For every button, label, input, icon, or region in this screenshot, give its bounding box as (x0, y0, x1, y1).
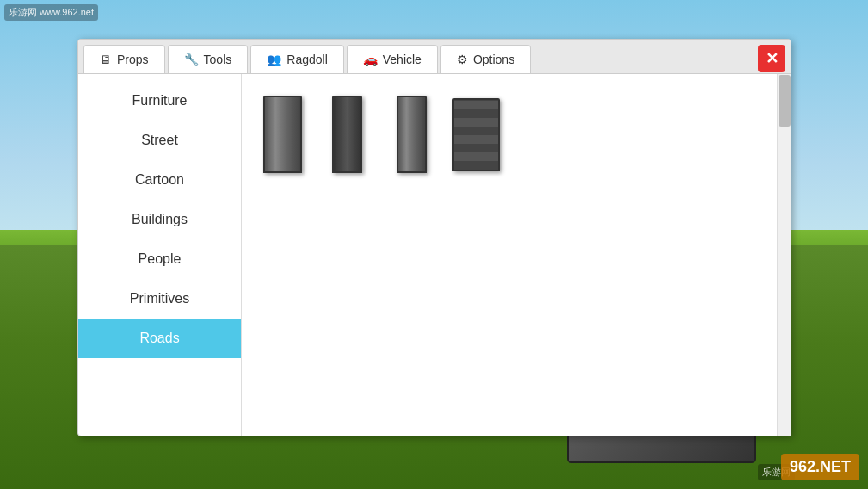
sidebar-item-street[interactable]: Street (78, 121, 241, 160)
content-area (242, 74, 791, 436)
sidebar-item-furniture[interactable]: Furniture (78, 81, 241, 121)
door-standard (263, 96, 302, 173)
tab-vehicle[interactable]: 🚗 Vehicle (347, 45, 438, 73)
options-icon: ⚙ (457, 53, 468, 66)
tab-ragdoll[interactable]: 👥 Ragdoll (250, 45, 343, 73)
list-item[interactable] (255, 87, 311, 182)
list-item[interactable] (319, 87, 375, 182)
tab-bar: 🖥 Props 🔧 Tools 👥 Ragdoll 🚗 Vehicle ⚙ Op… (78, 40, 791, 74)
vehicle-icon: 🚗 (363, 53, 378, 66)
sidebar-item-roads[interactable]: Roads (78, 319, 241, 358)
tab-tools-label: Tools (204, 53, 232, 66)
items-grid (242, 74, 791, 195)
sidebar-item-primitives[interactable]: Primitives (78, 279, 241, 319)
sidebar-item-cartoon[interactable]: Cartoon (78, 160, 241, 200)
scrollbar[interactable] (777, 74, 791, 436)
props-icon: 🖥 (100, 53, 112, 66)
tab-vehicle-label: Vehicle (383, 53, 422, 66)
tab-ragdoll-label: Ragdoll (286, 53, 327, 66)
list-item[interactable] (384, 87, 440, 182)
tab-options-label: Options (473, 53, 514, 66)
ui-panel: 🖥 Props 🔧 Tools 👥 Ragdoll 🚗 Vehicle ⚙ Op… (77, 39, 791, 436)
close-button[interactable]: ✕ (758, 45, 785, 72)
tab-tools[interactable]: 🔧 Tools (168, 45, 249, 73)
tab-options[interactable]: ⚙ Options (440, 45, 531, 73)
watermark-top: 乐游网 www.962.net (4, 4, 98, 21)
sidebar: Furniture Street Cartoon Buildings Peopl… (78, 74, 242, 436)
tab-props-label: Props (117, 53, 149, 66)
sidebar-item-people[interactable]: People (78, 239, 241, 279)
door-narrow (397, 96, 427, 173)
scrollbar-thumb[interactable] (779, 75, 791, 127)
ragdoll-icon: 👥 (267, 53, 281, 66)
list-item[interactable] (448, 87, 504, 182)
tools-icon: 🔧 (184, 53, 199, 66)
sidebar-item-buildings[interactable]: Buildings (78, 200, 241, 239)
door-textured (452, 98, 500, 171)
tab-props[interactable]: 🖥 Props (83, 45, 165, 73)
panel-content: Furniture Street Cartoon Buildings Peopl… (78, 74, 791, 436)
watermark-bottom: 962.NET (781, 454, 859, 480)
door-narrow-dark (332, 96, 362, 173)
